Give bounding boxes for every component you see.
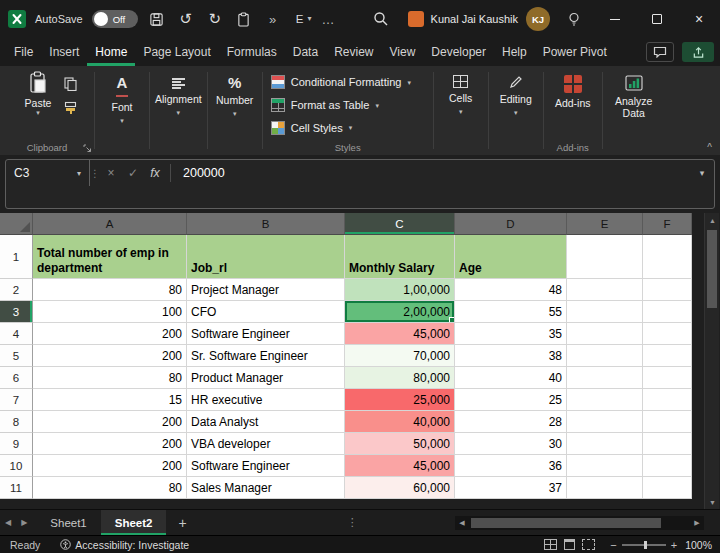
cell-E8[interactable] — [567, 411, 643, 433]
cell-B9[interactable]: VBA developer — [187, 433, 345, 455]
cell-F8[interactable] — [643, 411, 692, 433]
autosave-toggle[interactable]: Off — [92, 10, 138, 28]
scroll-up-icon[interactable]: ▲ — [705, 213, 720, 227]
insert-function-button[interactable]: fx — [144, 160, 166, 186]
cell-F2[interactable] — [643, 279, 692, 301]
menu-formulas[interactable]: Formulas — [219, 38, 285, 66]
cell-C6[interactable]: 80,000 — [345, 367, 455, 389]
cell-C4[interactable]: 45,000 — [345, 323, 455, 345]
share-button[interactable] — [682, 42, 714, 62]
cell-A1[interactable]: Total number of emp in department — [33, 235, 187, 279]
page-break-preview-icon[interactable] — [582, 539, 595, 550]
zoom-level[interactable]: 100% — [685, 539, 712, 551]
clipboard-dialog-launcher-icon[interactable] — [83, 144, 92, 153]
cells-button[interactable]: Cells ▾ — [439, 71, 483, 115]
cell-F6[interactable] — [643, 367, 692, 389]
cell-styles-button[interactable]: Cell Styles ▾ — [271, 116, 352, 139]
column-header-C[interactable]: C — [345, 213, 455, 235]
zoom-in-icon[interactable]: + — [671, 539, 677, 551]
chevron-double-right-icon[interactable]: » — [263, 7, 283, 31]
row-header-10[interactable]: 10 — [0, 455, 33, 477]
cell-F1[interactable] — [643, 235, 692, 279]
cell-B4[interactable]: Software Engineer — [187, 323, 345, 345]
formula-input[interactable]: 200000 — [175, 160, 690, 186]
addins-button[interactable]: Add-ins — [551, 71, 595, 109]
column-header-F[interactable]: F — [643, 213, 692, 235]
cell-D11[interactable]: 37 — [455, 477, 567, 499]
cell-E2[interactable] — [567, 279, 643, 301]
cell-B7[interactable]: HR executive — [187, 389, 345, 411]
cell-B6[interactable]: Product Manager — [187, 367, 345, 389]
user-name[interactable]: Kunal Jai Kaushik — [431, 13, 518, 25]
horizontal-scrollbar[interactable]: ◀ ▶ — [455, 516, 704, 530]
cell-A10[interactable]: 200 — [33, 455, 187, 477]
cell-C11[interactable]: 60,000 — [345, 477, 455, 499]
cell-A5[interactable]: 200 — [33, 345, 187, 367]
previous-sheet-icon[interactable]: ◀ — [0, 518, 16, 527]
menu-home[interactable]: Home — [87, 38, 135, 66]
menu-power-pivot[interactable]: Power Pivot — [535, 38, 615, 66]
formula-bar-grip[interactable]: ⋮ — [90, 160, 100, 186]
analyze-data-button[interactable]: Analyze Data — [610, 71, 658, 119]
row-header-6[interactable]: 6 — [0, 367, 33, 389]
paste-button[interactable]: Paste ▾ — [17, 71, 59, 116]
alignment-button[interactable]: Alignment ▾ — [155, 71, 202, 116]
fill-handle[interactable] — [449, 317, 455, 323]
save-icon[interactable] — [147, 7, 167, 31]
cell-D3[interactable]: 55 — [455, 301, 567, 323]
row-header-2[interactable]: 2 — [0, 279, 33, 301]
cell-C8[interactable]: 40,000 — [345, 411, 455, 433]
cell-C3[interactable]: 2,00,000 — [345, 301, 455, 323]
cell-F11[interactable] — [643, 477, 692, 499]
cell-E1[interactable] — [567, 235, 643, 279]
cell-C5[interactable]: 70,000 — [345, 345, 455, 367]
overflow-menu-icon[interactable]: … — [321, 12, 335, 27]
cell-E6[interactable] — [567, 367, 643, 389]
row-header-5[interactable]: 5 — [0, 345, 33, 367]
column-header-B[interactable]: B — [187, 213, 345, 235]
column-header-D[interactable]: D — [455, 213, 567, 235]
cell-B10[interactable]: Software Engineer — [187, 455, 345, 477]
cell-F9[interactable] — [643, 433, 692, 455]
undo-icon[interactable]: ↺ — [176, 7, 196, 31]
scroll-down-icon[interactable]: ▼ — [705, 495, 720, 509]
search-icon[interactable] — [372, 10, 390, 28]
normal-view-icon[interactable] — [544, 539, 557, 550]
cell-D6[interactable]: 40 — [455, 367, 567, 389]
scroll-left-icon[interactable]: ◀ — [455, 519, 469, 527]
cell-A3[interactable]: 100 — [33, 301, 187, 323]
conditional-formatting-button[interactable]: Conditional Formatting ▾ — [271, 71, 411, 94]
clipboard-icon[interactable] — [234, 7, 254, 31]
redo-icon[interactable]: ↻ — [205, 7, 225, 31]
menu-view[interactable]: View — [382, 38, 424, 66]
row-header-1[interactable]: 1 — [0, 235, 33, 279]
cell-C10[interactable]: 45,000 — [345, 455, 455, 477]
cell-E4[interactable] — [567, 323, 643, 345]
zoom-out-icon[interactable]: − — [610, 539, 616, 551]
cell-B8[interactable]: Data Analyst — [187, 411, 345, 433]
new-sheet-button[interactable]: + — [166, 515, 198, 531]
comments-button[interactable] — [646, 42, 674, 62]
cell-E10[interactable] — [567, 455, 643, 477]
page-layout-view-icon[interactable] — [564, 539, 575, 550]
cell-D7[interactable]: 25 — [455, 389, 567, 411]
vertical-scrollbar[interactable]: ▲ ▼ — [704, 213, 719, 509]
sheet-tab-sheet1[interactable]: Sheet1 — [36, 510, 100, 535]
sheet-tab-sheet2[interactable]: Sheet2 — [101, 510, 167, 535]
cell-B11[interactable]: Sales Manager — [187, 477, 345, 499]
minimize-button[interactable] — [594, 0, 636, 38]
cell-C2[interactable]: 1,00,000 — [345, 279, 455, 301]
menu-help[interactable]: Help — [494, 38, 535, 66]
close-button[interactable]: × — [678, 0, 720, 38]
cell-A2[interactable]: 80 — [33, 279, 187, 301]
cell-D1[interactable]: Age — [455, 235, 567, 279]
cancel-entry-icon[interactable]: × — [100, 160, 122, 186]
cell-A8[interactable]: 200 — [33, 411, 187, 433]
cell-D8[interactable]: 28 — [455, 411, 567, 433]
row-header-4[interactable]: 4 — [0, 323, 33, 345]
row-header-11[interactable]: 11 — [0, 477, 33, 499]
scroll-right-icon[interactable]: ▶ — [690, 519, 704, 527]
row-header-9[interactable]: 9 — [0, 433, 33, 455]
row-header-3[interactable]: 3 — [0, 301, 33, 323]
menu-developer[interactable]: Developer — [423, 38, 494, 66]
